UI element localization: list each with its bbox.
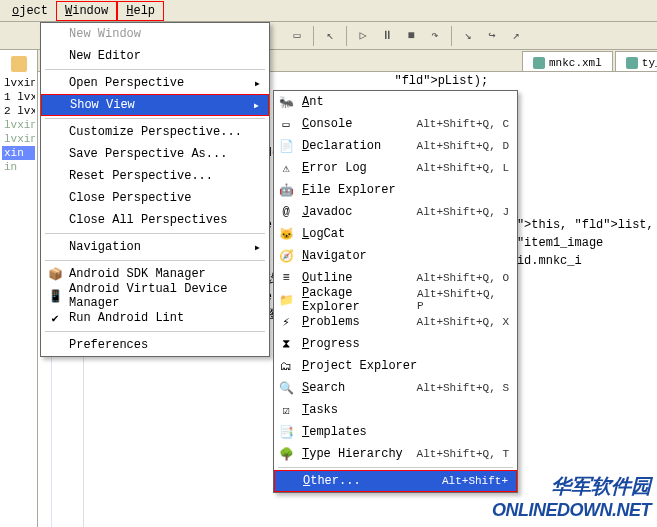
submenu-arrow-icon: ▸ [254,240,261,255]
menu-separator [45,331,265,332]
view-templates[interactable]: 📑Templates [274,421,517,443]
view-item-icon: @ [278,204,294,220]
menu-item-label: Open Perspective [69,76,184,90]
view-item-icon: ≡ [278,270,294,286]
menu-item-label: Run Android Lint [69,311,184,325]
submenu-arrow-icon: ▸ [254,76,261,91]
outline-item[interactable]: xin [2,146,35,160]
menu-project[interactable]: oject [4,2,56,20]
menu-separator [45,118,265,119]
view-other[interactable]: Other...Alt+Shift+ [274,470,517,492]
menu-item-navigation[interactable]: Navigation▸ [41,236,269,258]
outline-item[interactable]: in [2,160,35,174]
outline-item[interactable]: lvxin [2,76,35,90]
window-menu: New WindowNew EditorOpen Perspective▸Sho… [40,22,270,357]
menu-separator [45,260,265,261]
view-file-explorer[interactable]: 🤖File Explorer [274,179,517,201]
menu-item-show-view[interactable]: Show View▸ [41,94,269,116]
outline-item[interactable]: 1 lvx [2,90,35,104]
view-item-shortcut: Alt+Shift+Q, P [417,288,509,312]
menubar: oject Window Help [0,0,657,22]
menu-item-reset-perspective[interactable]: Reset Perspective... [41,165,269,187]
outline-pane: lvxin1 lvx2 lvxlvxinlvxinxinin [0,50,38,527]
menu-item-customize-perspective[interactable]: Customize Perspective... [41,121,269,143]
menu-separator [45,69,265,70]
view-item-shortcut: Alt+Shift+Q, X [417,316,509,328]
toolbar-play-icon[interactable]: ▷ [352,25,374,47]
menu-item-label: Preferences [69,338,148,352]
view-item-icon: 📑 [278,424,294,440]
view-item-label: Declaration [302,139,381,153]
menu-item-label: Navigation [69,240,141,254]
view-declaration[interactable]: 📄DeclarationAlt+Shift+Q, D [274,135,517,157]
menu-item-close-perspective[interactable]: Close Perspective [41,187,269,209]
menu-window[interactable]: Window [56,1,117,21]
view-item-label: Package Explorer [302,286,417,314]
outline-item[interactable]: 2 lvx [2,104,35,118]
view-item-icon: ☑ [278,402,294,418]
view-item-icon: 📄 [278,138,294,154]
view-tasks[interactable]: ☑Tasks [274,399,517,421]
view-item-label: Navigator [302,249,367,263]
menu-item-android-virtual-device-manager[interactable]: 📱Android Virtual Device Manager [41,285,269,307]
menu-item-save-perspective-as[interactable]: Save Perspective As... [41,143,269,165]
menu-item-open-perspective[interactable]: Open Perspective▸ [41,72,269,94]
view-error-log[interactable]: ⚠Error LogAlt+Shift+Q, L [274,157,517,179]
view-item-label: LogCat [302,227,345,241]
view-item-label: Templates [302,425,367,439]
menu-item-icon: 📦 [47,266,63,282]
view-item-label: Type Hierarchy [302,447,403,461]
toolbar-stepover-icon[interactable]: ↪ [481,25,503,47]
view-search[interactable]: 🔍SearchAlt+Shift+Q, S [274,377,517,399]
view-logcat[interactable]: 🐱LogCat [274,223,517,245]
tab-ty-mr[interactable]: ty_mr [615,51,657,71]
view-type-hierarchy[interactable]: 🌳Type HierarchyAlt+Shift+Q, T [274,443,517,465]
tab-mnkc-xml[interactable]: mnkc.xml [522,51,613,71]
view-item-label: Tasks [302,403,338,417]
outline-item[interactable]: lvxin [2,118,35,132]
view-item-shortcut: Alt+Shift+Q, S [417,382,509,394]
toolbar-square-icon[interactable]: ▭ [286,25,308,47]
show-view-submenu: 🐜Ant▭ConsoleAlt+Shift+Q, C📄DeclarationAl… [273,90,518,493]
view-item-label: Project Explorer [302,359,417,373]
view-project-explorer[interactable]: 🗂Project Explorer [274,355,517,377]
view-item-icon: ▭ [278,116,294,132]
outline-item[interactable]: lvxin [2,132,35,146]
menu-item-close-all-perspectives[interactable]: Close All Perspectives [41,209,269,231]
view-item-label: Javadoc [302,205,352,219]
view-item-label: File Explorer [302,183,396,197]
view-item-icon: ⚠ [278,160,294,176]
toolbar-stop-icon[interactable]: ■ [400,25,422,47]
view-javadoc[interactable]: @JavadocAlt+Shift+Q, J [274,201,517,223]
view-item-icon: 🧭 [278,248,294,264]
menu-item-preferences[interactable]: Preferences [41,334,269,356]
menu-item-new-editor[interactable]: New Editor [41,45,269,67]
toolbar-wand-icon[interactable]: ↖ [319,25,341,47]
menu-item-label: Close Perspective [69,191,191,205]
view-console[interactable]: ▭ConsoleAlt+Shift+Q, C [274,113,517,135]
view-item-icon: 🗂 [278,358,294,374]
view-ant[interactable]: 🐜Ant [274,91,517,113]
view-progress[interactable]: ⧗Progress [274,333,517,355]
view-item-icon: ⚡ [278,314,294,330]
view-item-label: Progress [302,337,360,351]
view-item-label: Error Log [302,161,367,175]
menu-item-label: Android SDK Manager [69,267,206,281]
view-problems[interactable]: ⚡ProblemsAlt+Shift+Q, X [274,311,517,333]
menu-separator [278,467,513,468]
view-package-explorer[interactable]: 📁Package ExplorerAlt+Shift+Q, P [274,289,517,311]
menu-item-label: Save Perspective As... [69,147,227,161]
menu-item-label: Show View [70,98,135,112]
toolbar-stepout-icon[interactable]: ↗ [505,25,527,47]
view-navigator[interactable]: 🧭Navigator [274,245,517,267]
view-item-label: Console [302,117,352,131]
watermark-cn: 华军软件园 [492,473,651,500]
menu-help[interactable]: Help [117,1,164,21]
toolbar-stepinto-icon[interactable]: ↘ [457,25,479,47]
view-item-shortcut: Alt+Shift+Q, J [417,206,509,218]
menu-item-new-window[interactable]: New Window [41,23,269,45]
toolbar-pause-icon[interactable]: ⏸ [376,25,398,47]
menu-item-run-android-lint[interactable]: ✔Run Android Lint [41,307,269,329]
view-item-label: Search [302,381,345,395]
toolbar-step-icon[interactable]: ↷ [424,25,446,47]
